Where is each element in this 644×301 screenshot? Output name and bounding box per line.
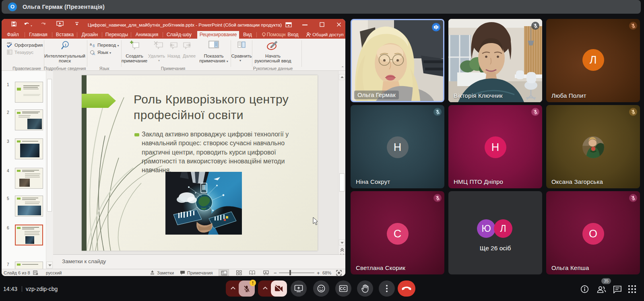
svg-text:а: а — [90, 42, 92, 46]
svg-text:б: б — [93, 44, 95, 47]
svg-text:A: A — [93, 52, 95, 56]
